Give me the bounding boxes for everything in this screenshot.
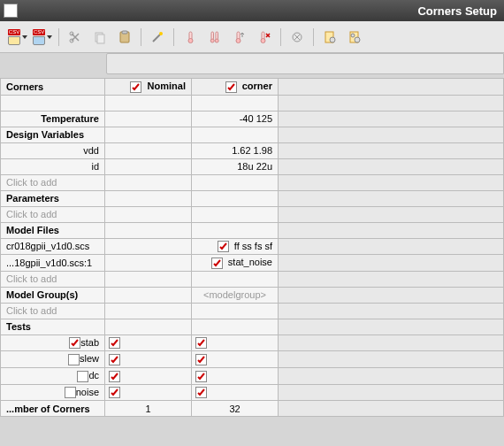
svg-point-14 [236, 38, 241, 42]
test-row: slew [1, 351, 504, 368]
temperature-cell[interactable]: -40 125 [192, 111, 279, 127]
corner-header[interactable]: corner [192, 79, 279, 96]
checkbox-icon[interactable] [109, 371, 120, 382]
svg-point-12 [215, 39, 218, 42]
id-cell[interactable]: 18u 22u [192, 158, 279, 174]
svg-rect-5 [122, 31, 127, 34]
svg-point-19 [330, 37, 335, 42]
modelgroup-placeholder[interactable]: <modelgroup> [192, 287, 279, 303]
titlebar: Corners Setup [0, 0, 504, 21]
scissors-icon[interactable] [65, 27, 86, 48]
vdd-cell[interactable]: 1.62 1.98 [192, 142, 279, 158]
thermo-up-icon[interactable] [229, 27, 250, 48]
test-stab-label: stab [80, 337, 99, 348]
svg-rect-3 [97, 35, 104, 43]
click-to-add[interactable]: Click to add [1, 206, 105, 222]
toolbar-separator [58, 28, 59, 46]
checkbox-icon[interactable] [195, 354, 207, 365]
test-noise-label: noise [76, 387, 99, 397]
svg-point-8 [188, 38, 193, 42]
empty-toolbar-strip [106, 53, 504, 74]
toolbar-separator [313, 28, 314, 46]
click-to-add[interactable]: Click to add [1, 174, 105, 190]
chevron-down-icon [22, 35, 27, 39]
svg-point-22 [351, 34, 355, 37]
thermo-add-icon[interactable] [179, 27, 201, 48]
checkbox-icon[interactable] [195, 387, 207, 398]
checkbox-icon[interactable] [109, 387, 120, 398]
corner-label: corner [242, 81, 272, 91]
corners-table: Corners Nominal corner Temperature -40 1… [0, 78, 504, 417]
tests-header: Tests [1, 319, 105, 334]
design-variables-header: Design Variables [1, 127, 105, 142]
parameters-header: Parameters [1, 190, 105, 206]
gear-doc-icon[interactable] [319, 27, 340, 48]
checkbox-icon[interactable] [77, 371, 88, 382]
checkbox-icon[interactable] [109, 354, 120, 365]
test-row: stab [1, 334, 504, 351]
toolbar: CSV CSV [0, 21, 504, 53]
test-slew-label: slew [80, 353, 99, 364]
csv-open-icon[interactable]: CSV [7, 27, 28, 48]
test-row: noise [1, 384, 504, 401]
mf1-cell: ff ss fs sf [234, 241, 272, 251]
mf2-cell: stat_noise [228, 257, 272, 267]
svg-point-21 [355, 37, 360, 42]
checkbox-icon[interactable] [109, 337, 120, 349]
test-dc-label: dc [88, 370, 99, 381]
vdd-row: vdd 1.62 1.98 [1, 142, 504, 158]
nominal-label: Nominal [148, 81, 186, 91]
checkbox-icon[interactable] [195, 371, 207, 382]
toolbar-separator [141, 28, 141, 46]
mf1-label: cr018gpii_v1d0.scs [1, 238, 105, 255]
corners-header: Corners [1, 79, 105, 96]
copy-icon[interactable] [89, 27, 111, 48]
mf2-label: ...18gpii_v1d0.scs:1 [1, 255, 105, 272]
temperature-row: Temperature -40 125 [1, 111, 504, 127]
model-groups-header: Model Group(s) [1, 287, 105, 303]
window-icon [4, 4, 18, 18]
footer-row: ...mber of Corners 1 32 [1, 401, 504, 417]
header-row: Corners Nominal corner [1, 79, 504, 96]
vdd-label: vdd [1, 142, 105, 158]
chevron-down-icon [47, 35, 52, 39]
wand-icon[interactable] [147, 27, 168, 48]
checkbox-icon[interactable] [65, 387, 76, 398]
temperature-label: Temperature [1, 111, 105, 127]
checkbox-icon[interactable] [211, 258, 223, 269]
id-label: id [1, 158, 105, 174]
checkbox-icon[interactable] [69, 337, 80, 349]
num-nominal-cell: 1 [105, 401, 192, 417]
checkbox-icon[interactable] [225, 81, 237, 93]
checkbox-icon[interactable] [130, 81, 141, 93]
paste-icon[interactable] [114, 27, 135, 48]
click-to-add[interactable]: Click to add [1, 271, 105, 287]
nominal-header[interactable]: Nominal [105, 79, 192, 96]
gear-doc2-icon[interactable] [344, 27, 365, 48]
svg-point-16 [261, 38, 265, 42]
svg-point-6 [159, 32, 163, 35]
model-file-row: cr018gpii_v1d0.scs ff ss fs sf [1, 238, 504, 255]
toolbar-separator [173, 28, 174, 46]
model-file-row: ...18gpii_v1d0.scs:1 stat_noise [1, 255, 504, 272]
click-to-add[interactable]: Click to add [1, 303, 105, 319]
thermo-del-icon[interactable] [254, 27, 275, 48]
id-row: id 18u 22u [1, 158, 504, 174]
num-corner-cell: 32 [192, 401, 279, 417]
toolbar-separator [280, 28, 281, 46]
test-row: dc [1, 367, 504, 384]
model-files-header: Model Files [1, 222, 105, 238]
svg-point-10 [210, 39, 214, 42]
window-title: Corners Setup [25, 4, 500, 18]
num-corners-label: ...mber of Corners [1, 401, 105, 417]
thermo-multi-icon[interactable] [204, 27, 225, 48]
checkbox-icon[interactable] [195, 337, 207, 349]
checkbox-icon[interactable] [68, 354, 80, 365]
csv-save-icon[interactable]: CSV [32, 27, 53, 48]
checkbox-icon[interactable] [218, 241, 229, 252]
variable-icon[interactable] [286, 27, 308, 48]
